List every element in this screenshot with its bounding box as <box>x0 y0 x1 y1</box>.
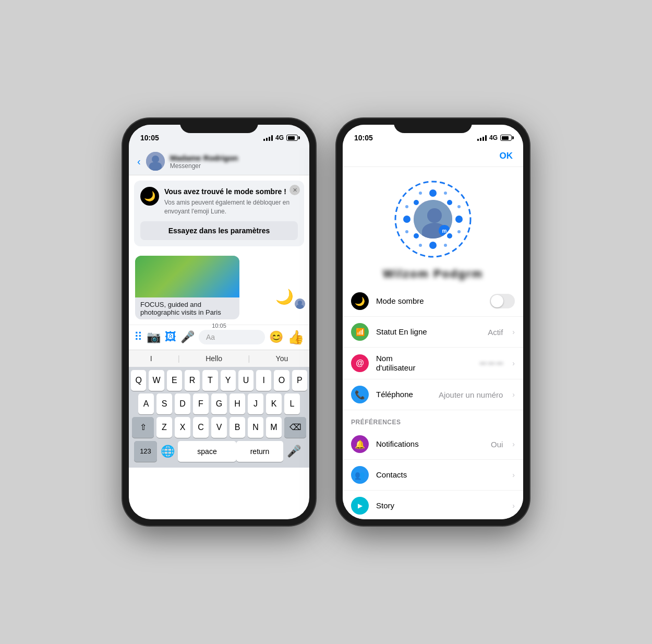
key-return[interactable]: return <box>236 441 283 462</box>
key-q[interactable]: Q <box>131 370 146 391</box>
svg-point-8 <box>403 216 410 223</box>
key-x[interactable]: X <box>175 417 190 438</box>
settings-item-phone[interactable]: 📞 Téléphone Ajouter un numéro › <box>343 379 523 410</box>
messenger-badge: m <box>439 225 450 236</box>
message-image <box>135 256 239 297</box>
contacts-text: Contacts <box>376 470 503 480</box>
emoji-icon[interactable]: 😊 <box>269 330 283 344</box>
online-status-icon: 📶 <box>351 323 369 341</box>
dark-mode-icon: 🌙 <box>140 187 159 206</box>
dark-mode-toggle[interactable] <box>490 294 515 308</box>
key-mic[interactable]: 🎤 <box>283 440 304 462</box>
ok-button[interactable]: OK <box>500 151 513 161</box>
banner-close-button[interactable]: ✕ <box>289 185 300 195</box>
key-n[interactable]: N <box>248 417 263 438</box>
story-icon: ▶ <box>351 497 369 515</box>
svg-point-23 <box>444 244 447 247</box>
key-c[interactable]: C <box>193 417 209 438</box>
autocomplete-word2[interactable]: Hello <box>206 354 222 363</box>
autocomplete-word1[interactable]: I <box>150 354 152 363</box>
key-g[interactable]: G <box>211 393 227 414</box>
key-i[interactable]: I <box>256 370 271 391</box>
svg-point-21 <box>457 230 461 233</box>
key-f[interactable]: F <box>193 393 209 414</box>
qr-avatar: m <box>412 198 454 240</box>
message-timestamp: 10:05 <box>135 323 303 329</box>
key-d[interactable]: D <box>175 393 190 414</box>
banner-content: Vous avez trouvé le mode sombre ! Vos am… <box>164 187 298 216</box>
phone-chevron: › <box>512 390 515 399</box>
key-e[interactable]: E <box>167 370 182 391</box>
banner-action-button[interactable]: Essayez dans les paramètres <box>140 221 298 240</box>
key-l[interactable]: L <box>284 393 300 414</box>
key-123[interactable]: 123 <box>134 441 157 462</box>
settings-section: 🌙 Mode sombre 📶 Statut En ligne Actif › <box>343 286 523 410</box>
key-v[interactable]: V <box>211 417 227 438</box>
messenger-header: ‹ Madame Rodrigon Messenger <box>129 148 309 175</box>
svg-point-18 <box>405 205 408 208</box>
settings-header: OK <box>343 148 523 167</box>
key-b[interactable]: B <box>230 417 245 438</box>
photo-icon[interactable]: 🖼 <box>165 330 176 344</box>
mic-icon[interactable]: 🎤 <box>180 330 195 344</box>
moon-emoji: 🌙 <box>275 288 294 305</box>
contacts-icon: 👥 <box>351 466 369 484</box>
key-r[interactable]: R <box>185 370 200 391</box>
settings-item-dark-mode[interactable]: 🌙 Mode sombre <box>343 286 523 317</box>
story-label: Story <box>376 501 394 510</box>
key-space[interactable]: space <box>178 441 236 462</box>
toggle-knob <box>491 295 503 307</box>
key-h[interactable]: H <box>230 393 245 414</box>
message-input[interactable]: Aa <box>199 330 265 344</box>
key-globe[interactable]: 🌐 <box>157 440 178 462</box>
key-k[interactable]: K <box>266 393 282 414</box>
settings-item-story[interactable]: ▶ Story › <box>343 491 523 519</box>
key-s[interactable]: S <box>156 393 172 414</box>
dark-mode-label: Mode sombre <box>376 296 424 305</box>
key-y[interactable]: Y <box>221 370 236 391</box>
key-t[interactable]: T <box>202 370 218 391</box>
settings-item-notifications[interactable]: 🔔 Notifications Oui › <box>343 429 523 460</box>
settings-item-username[interactable]: @ Nomd'utilisateur ▪▪▪ ▪▪▪ ▪▪▪ › <box>343 348 523 379</box>
notifications-icon: 🔔 <box>351 435 369 453</box>
left-phone: 10:05 4G ‹ <box>123 118 316 526</box>
svg-point-1 <box>152 156 159 163</box>
chat-area: FOCUS, guided and photographic visits in… <box>129 252 309 325</box>
thumbs-up-icon[interactable]: 👍 <box>287 329 304 345</box>
camera-icon[interactable]: 📷 <box>147 330 161 344</box>
keyboard: Q W E R T Y U I O P A S D F G H J K L <box>129 367 309 468</box>
key-z[interactable]: Z <box>156 417 172 438</box>
key-j[interactable]: J <box>248 393 263 414</box>
contacts-chevron: › <box>512 471 515 479</box>
contact-avatar <box>146 152 165 171</box>
svg-point-10 <box>429 189 437 197</box>
network-right: 4G <box>489 134 498 141</box>
reaction-avatar <box>295 299 305 309</box>
online-label: Statut En ligne <box>376 327 427 336</box>
online-chevron: › <box>512 328 515 336</box>
back-button[interactable]: ‹ <box>137 156 141 168</box>
key-m[interactable]: M <box>266 417 282 438</box>
key-shift[interactable]: ⇧ <box>132 417 154 438</box>
svg-point-19 <box>457 205 461 208</box>
dark-mode-icon: 🌙 <box>351 292 369 310</box>
notch-left <box>180 118 258 133</box>
grid-icon[interactable]: ⠿ <box>134 330 142 344</box>
key-u[interactable]: U <box>238 370 253 391</box>
settings-item-contacts[interactable]: 👥 Contacts › <box>343 460 523 491</box>
key-p[interactable]: P <box>292 370 307 391</box>
user-name: Wilzom Podgrm <box>383 267 483 281</box>
phone-label: Téléphone <box>376 390 413 399</box>
story-text: Story <box>376 501 503 510</box>
key-a[interactable]: A <box>138 393 154 414</box>
qr-section: m Wilzom Podgrm <box>343 167 523 286</box>
settings-item-online[interactable]: 📶 Statut En ligne Actif › <box>343 317 523 348</box>
svg-point-25 <box>427 208 442 223</box>
autocomplete-word3[interactable]: You <box>276 354 288 363</box>
key-w[interactable]: W <box>149 370 164 391</box>
network-left: 4G <box>275 134 284 141</box>
key-o[interactable]: O <box>274 370 289 391</box>
signal-icon-right <box>477 135 487 141</box>
online-value: Actif <box>488 328 503 337</box>
key-delete[interactable]: ⌫ <box>284 417 306 438</box>
